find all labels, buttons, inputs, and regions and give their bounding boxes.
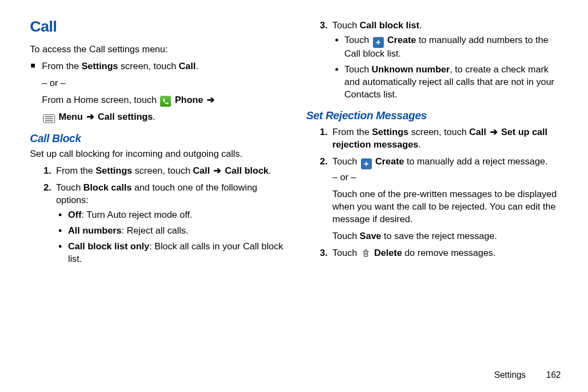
footer-section: Settings [494,370,526,379]
page-number: 162 [539,369,561,381]
svg-rect-0 [45,117,53,118]
menu-icon [43,114,55,123]
cb-step-3-sub: Touch + Create to manually add numbers t… [333,34,561,101]
call-block-steps: From the Settings screen, touch Call ➔ C… [30,165,285,266]
page-footer: Settings 162 [30,362,561,381]
srm-steps: From the Settings screen, touch Call ➔ S… [307,126,561,259]
srm-step-3: Touch Delete do remove messages. [330,247,561,260]
trash-icon [361,248,371,259]
svg-rect-2 [45,120,53,121]
intro-text: To access the Call settings menu: [30,44,285,56]
svg-rect-1 [45,118,53,119]
left-column: Call To access the Call settings menu: F… [30,16,285,362]
or-divider: – or – [42,77,285,90]
cb-option-list-only: Call block list only: Block all calls in… [68,241,285,266]
call-block-heading: Call Block [30,131,285,146]
phone-icon [160,96,171,107]
srm2-desc: Touch one of the pre-written messages to… [333,188,561,226]
cb-step-2: Touch Block calls and touch one of the f… [54,182,285,266]
cb-step-3: Touch Call block list. Touch + Create to… [330,20,561,101]
plus-icon: + [361,158,372,169]
plus-icon: + [373,37,384,48]
or-divider-2: – or – [333,171,561,184]
access-step-2a: From a Home screen, touch Phone ➔ [42,94,285,107]
srm-step-1: From the Settings screen, touch Call ➔ S… [330,126,561,151]
cb-option-all: All numbers: Reject all calls. [68,225,285,237]
page-title: Call [30,16,285,37]
cb3-sub-create: Touch + Create to manually add numbers t… [345,34,561,60]
right-column: Touch Call block list. Touch + Create to… [307,16,561,362]
cb-step-1: From the Settings screen, touch Call ➔ C… [54,165,285,177]
cb3-sub-unknown: Touch Unknown number, to create a check … [345,64,561,101]
cb-option-off: Off: Turn Auto reject mode off. [68,209,285,222]
access-step-1: From the Settings screen, touch Call. [42,60,285,73]
srm-step-2: Touch + Create to manually add a reject … [330,156,561,242]
srm2-save: Touch Save to save the reject message. [333,230,561,243]
cb-options: Off: Turn Auto reject mode off. All numb… [56,209,285,266]
manual-page: Call To access the Call settings menu: F… [0,0,588,392]
call-block-steps-cont: Touch Call block list. Touch + Create to… [307,20,561,101]
access-step-2b: Menu ➔ Call settings. [42,111,285,124]
srm-heading: Set Rejection Messages [307,108,561,123]
call-block-intro: Set up call blocking for incoming and ou… [30,148,285,161]
